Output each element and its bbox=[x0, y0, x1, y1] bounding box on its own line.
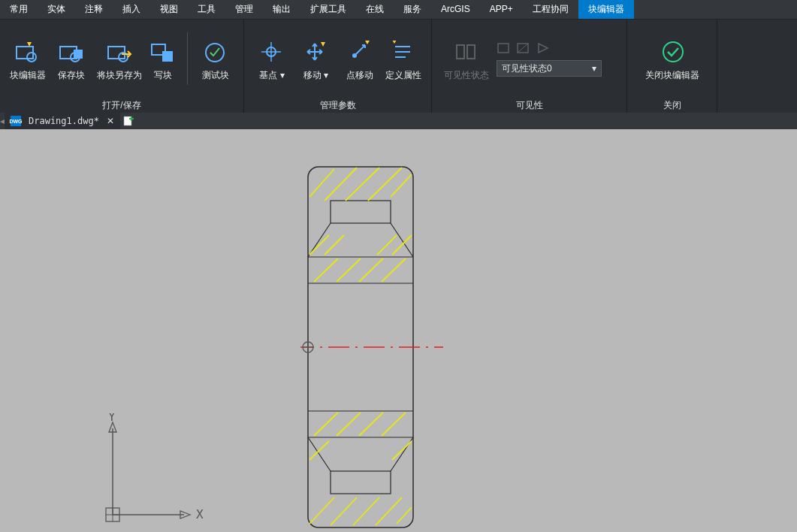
svg-rect-30 bbox=[308, 167, 413, 527]
svg-point-26 bbox=[663, 42, 683, 62]
menu-item[interactable]: ArcGIS bbox=[431, 0, 480, 19]
menu-item[interactable]: APP+ bbox=[480, 0, 523, 19]
svg-line-62 bbox=[353, 497, 379, 525]
svg-line-25 bbox=[518, 44, 528, 53]
menu-item[interactable]: 实体 bbox=[38, 0, 75, 19]
panel-title: 打开/保存 bbox=[0, 98, 243, 113]
define-attr-button[interactable]: 定义属性 bbox=[383, 33, 424, 85]
menu-item[interactable]: 在线 bbox=[356, 0, 394, 19]
panel-title: 管理参数 bbox=[244, 98, 431, 113]
menu-item[interactable]: 工具 bbox=[188, 0, 225, 19]
svg-line-63 bbox=[376, 497, 402, 525]
ribbon-body: 关闭块编辑器 bbox=[627, 20, 717, 98]
button-label: 将块另存为 bbox=[97, 69, 142, 82]
svg-rect-5 bbox=[74, 50, 83, 59]
svg-rect-23 bbox=[498, 44, 509, 53]
button-label: 测试块 bbox=[202, 69, 229, 82]
ribbon-panel-open-save: 块编辑器 保存块 将块另存为 写块 bbox=[0, 20, 244, 113]
dwg-file-icon: DWG bbox=[11, 116, 21, 126]
menu-item-active[interactable]: 块编辑器 bbox=[578, 0, 634, 19]
visibility-states-button: 可见性状态 bbox=[439, 33, 494, 85]
close-check-icon bbox=[660, 39, 685, 65]
button-label: 块编辑器 bbox=[10, 69, 46, 82]
button-label: 移动 ▾ bbox=[303, 69, 328, 82]
svg-line-44 bbox=[368, 168, 402, 201]
menu-item[interactable]: 注释 bbox=[75, 0, 113, 19]
menu-item[interactable]: 工程协同 bbox=[523, 0, 578, 19]
ribbon-panel-visibility: 可见性状态 可见性状态0 ▾ 可见性 bbox=[432, 20, 627, 113]
visibility-states-icon bbox=[454, 39, 479, 65]
menu-item[interactable]: 输出 bbox=[263, 0, 300, 19]
new-document-button[interactable] bbox=[120, 113, 137, 129]
chevron-down-icon: ▾ bbox=[592, 63, 596, 74]
menu-item[interactable]: 扩展工具 bbox=[300, 0, 356, 19]
svg-marker-16 bbox=[365, 41, 370, 44]
svg-rect-27 bbox=[124, 116, 131, 125]
vis-icon-2 bbox=[516, 41, 531, 56]
move-button[interactable]: 移动 ▾ bbox=[295, 33, 336, 85]
svg-line-64 bbox=[397, 507, 412, 524]
visibility-state-combo[interactable]: 可见性状态0 ▾ bbox=[497, 60, 602, 77]
button-label: 可见性状态 bbox=[444, 69, 489, 82]
svg-line-53 bbox=[382, 258, 406, 282]
svg-line-47 bbox=[325, 235, 344, 255]
svg-line-59 bbox=[392, 441, 412, 460]
test-block-icon bbox=[203, 39, 228, 65]
svg-line-43 bbox=[346, 168, 379, 201]
main-menubar: 常用 实体 注释 插入 视图 工具 管理 输出 扩展工具 在线 服务 ArcGI… bbox=[0, 0, 797, 19]
ucs-x-label: X bbox=[196, 507, 204, 521]
cad-drawing-content bbox=[300, 163, 451, 531]
point-move-icon bbox=[347, 39, 373, 65]
drawing-canvas[interactable]: Y X bbox=[0, 129, 797, 532]
svg-line-51 bbox=[337, 258, 361, 282]
svg-line-55 bbox=[337, 413, 361, 436]
panel-title: 关闭 bbox=[627, 98, 717, 113]
combo-value: 可见性状态0 bbox=[502, 62, 552, 75]
ribbon: 块编辑器 保存块 将块另存为 写块 bbox=[0, 19, 797, 113]
test-block-button[interactable]: 测试块 bbox=[195, 33, 236, 85]
svg-rect-9 bbox=[162, 51, 173, 62]
menu-item[interactable]: 服务 bbox=[394, 0, 431, 19]
visibility-toolbar bbox=[497, 41, 602, 56]
button-label: 基点 ▾ bbox=[259, 69, 284, 82]
close-tab-icon[interactable]: ✕ bbox=[107, 116, 114, 126]
save-block-button[interactable]: 保存块 bbox=[51, 33, 92, 85]
separator bbox=[187, 32, 188, 85]
svg-rect-35 bbox=[331, 201, 391, 223]
menu-item[interactable]: 常用 bbox=[0, 0, 38, 19]
svg-line-49 bbox=[392, 235, 412, 255]
block-editor-button[interactable]: 块编辑器 bbox=[8, 33, 48, 85]
ucs-icon: Y X bbox=[101, 413, 210, 526]
svg-line-54 bbox=[314, 413, 338, 436]
svg-line-57 bbox=[382, 413, 406, 436]
svg-line-60 bbox=[309, 497, 334, 524]
vis-icon-3 bbox=[536, 41, 551, 56]
button-label: 关闭块编辑器 bbox=[645, 69, 699, 82]
save-block-as-button[interactable]: 将块另存为 bbox=[95, 33, 143, 85]
svg-line-61 bbox=[331, 497, 357, 525]
basepoint-button[interactable]: 基点 ▾ bbox=[252, 33, 292, 85]
write-block-button[interactable]: 写块 bbox=[147, 33, 180, 85]
close-block-editor-button[interactable]: 关闭块编辑器 bbox=[639, 33, 706, 85]
point-move-button[interactable]: 点移动 bbox=[340, 33, 380, 85]
svg-line-48 bbox=[377, 235, 397, 255]
button-label: 点移动 bbox=[346, 69, 373, 82]
save-block-icon bbox=[59, 39, 84, 65]
svg-marker-20 bbox=[392, 41, 397, 44]
svg-rect-38 bbox=[331, 471, 391, 494]
button-label: 写块 bbox=[154, 69, 172, 82]
define-attr-icon bbox=[391, 39, 416, 65]
menu-item[interactable]: 视图 bbox=[150, 0, 188, 19]
svg-line-41 bbox=[309, 169, 334, 197]
ribbon-panel-manage-params: 基点 ▾ 移动 ▾ 点移动 定义属性 管理参数 bbox=[244, 20, 432, 113]
document-tab-label: Drawing1.dwg* bbox=[29, 116, 99, 126]
basepoint-icon bbox=[259, 39, 285, 65]
block-editor-icon bbox=[15, 39, 41, 65]
button-label: 保存块 bbox=[58, 69, 85, 82]
document-tab[interactable]: DWG Drawing1.dwg* ✕ bbox=[5, 113, 120, 129]
ribbon-body: 基点 ▾ 移动 ▾ 点移动 定义属性 bbox=[244, 20, 431, 98]
menu-item[interactable]: 插入 bbox=[113, 0, 150, 19]
menu-item[interactable]: 管理 bbox=[225, 0, 263, 19]
vis-icon-1 bbox=[497, 41, 512, 56]
save-block-as-icon bbox=[107, 39, 132, 65]
